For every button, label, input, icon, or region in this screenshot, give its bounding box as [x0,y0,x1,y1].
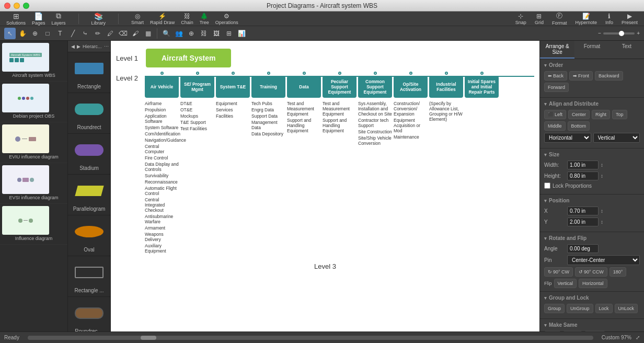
rapid-draw-button[interactable]: ⚡ Rapid Draw [148,12,177,26]
zoom-slider[interactable] [603,32,635,35]
box-ops[interactable]: Op/Site Activation [394,76,428,98]
solutions-button[interactable]: ⊞ Solutions [4,11,28,27]
group-section-title[interactable]: Group and Lock [544,295,640,301]
horizontal-select[interactable]: Horizontal [544,133,591,143]
canvas-expand-icon[interactable]: ⤢ [636,335,640,340]
align-left-button[interactable]: ⬛ Left [544,110,566,119]
zoom-minus[interactable]: − [598,30,601,36]
shape-roundrect-outline[interactable]: Roundrec ... [68,297,110,331]
zoom-plus[interactable]: + [637,30,640,36]
nav-forward[interactable]: ▶ [77,44,80,49]
same-height-button[interactable]: Height [584,331,605,331]
shape-parallelogram[interactable]: Parallelogram [68,175,110,215]
horizontal-scrollbar[interactable] [28,336,593,340]
lock-button[interactable]: Lock [595,304,613,313]
operations-button[interactable]: ⚙ Operations [213,12,240,26]
link-icon[interactable]: ⛓ [198,28,210,39]
thumbnail-debian[interactable] [2,84,49,112]
library-button[interactable]: 📚 Library [89,11,108,27]
search-icon[interactable]: 🔍 [160,28,172,39]
eraser-tool[interactable]: ⌫ [117,28,129,39]
flip-vertical-button[interactable]: Vertical [554,279,577,288]
pencil-tool[interactable]: ✏ [92,28,104,39]
top-node[interactable]: Aircraft System [146,49,232,67]
align-middle-button[interactable]: Middle [544,121,566,131]
y-input[interactable] [567,218,599,226]
order-section-title[interactable]: Order [544,62,640,68]
rotate-cw90-button[interactable]: ↻ 90° CW [544,267,573,277]
present-button[interactable]: ▶ Present [619,12,640,26]
align-section-title[interactable]: Align and Distribute [544,101,640,107]
front-button[interactable]: ➡ Front [569,71,593,81]
grid-button[interactable]: ⊞ Grid [533,12,546,26]
tab-format[interactable]: Format [574,41,609,59]
make-same-section-title[interactable]: Make Same [544,322,640,328]
info-button[interactable]: ℹ Info [603,12,615,26]
rotate-180-button[interactable]: 180° [610,267,627,277]
thumbnail-eviu[interactable] [2,124,49,153]
snap-button[interactable]: ⊹ Snap [513,12,528,26]
flip-horizontal-button[interactable]: Horizontal [579,279,607,288]
size-section-title[interactable]: Size [544,152,640,157]
box-se[interactable]: SE/ Program Mgmt [180,76,214,98]
format-button[interactable]: Ⓕ Format [550,10,569,27]
angle-input[interactable] [567,244,599,253]
pin-select[interactable]: Center-Center [567,255,640,265]
hand-tool[interactable]: ✋ [17,28,28,39]
smart-button[interactable]: ◎ Smart [129,12,146,26]
zoom-tool-in[interactable]: ⊕ [29,28,41,39]
chart-icon[interactable]: 📊 [236,28,247,39]
window-controls[interactable] [4,3,29,9]
align-center-button[interactable]: Center [568,110,590,119]
tab-text[interactable]: Text [610,41,644,59]
lock-proportions-checkbox[interactable] [544,182,550,189]
ungroup-button[interactable]: UnGroup [567,304,593,313]
select-tool[interactable]: ↖ [4,28,16,39]
box-pse[interactable]: Peculiar Support Equipment [323,76,356,98]
box-sys[interactable]: System T&E [216,76,250,98]
hypernote-button[interactable]: 📝 Hypernote [573,12,599,26]
close-button[interactable] [4,3,10,9]
shape-rectangle[interactable]: Rectangle [68,52,110,93]
align-top-button[interactable]: Top [612,110,627,119]
same-width-button[interactable]: Width [563,331,582,331]
width-input[interactable] [567,161,599,169]
users-icon[interactable]: 👥 [173,28,185,39]
minimize-button[interactable] [14,3,20,9]
chain-button[interactable]: ⛓ Chain [179,12,196,26]
image-icon[interactable]: 🖼 [211,28,222,39]
text-tool[interactable]: T [54,28,66,39]
thumbnail-aircraft-wbs[interactable]: Aircraft System WBS [2,43,49,72]
shape-rect-outline[interactable]: Rectangle ... [68,256,110,297]
backward-button[interactable]: Backward [595,71,623,81]
align-bottom-button[interactable]: Bottom [568,121,590,131]
shape-stadium[interactable]: Stadium [68,134,110,175]
tree-button[interactable]: 🌲 Tree [198,12,211,26]
canvas-area[interactable]: Level 1 Aircraft System Level 2 [111,41,539,331]
cursor-icon[interactable]: ⊕ [186,28,197,39]
box-ind[interactable]: Industrial Facilities [429,76,463,98]
maximize-button[interactable] [23,3,29,9]
shape-roundrect[interactable]: Roundrect [68,93,110,134]
pages-button[interactable]: 📄 Pages [30,11,48,27]
line-tool[interactable]: ╱ [67,28,78,39]
box-cse[interactable]: Common Support Equipment [358,76,392,98]
more-tools[interactable]: ▦ [142,28,154,39]
x-input[interactable] [567,207,599,215]
panel-menu[interactable]: ⋯ [104,44,109,49]
align-right-button[interactable]: Right [592,110,610,119]
shape-oval[interactable]: Oval [68,215,110,256]
thumbnail-evsi[interactable] [2,165,49,194]
box-data[interactable]: Data [287,76,321,98]
layers-button[interactable]: ⧉ Layers [50,10,68,27]
back-button[interactable]: ⬅ Back [544,71,567,81]
table-icon[interactable]: ⊞ [223,28,235,39]
forward-button[interactable]: Forward [544,83,569,92]
rotate-section-title[interactable]: Rotate and Flip [544,235,640,241]
shape-tool[interactable]: □ [42,28,53,39]
box-air-vehicle[interactable]: Air Vehicle [145,76,179,98]
position-section-title[interactable]: Position [544,198,640,203]
paint-tool[interactable]: 🖌 [130,28,141,39]
pen-tool[interactable]: 🖊 [105,28,116,39]
tab-arrange-size[interactable]: Arrange & Size [540,41,574,59]
